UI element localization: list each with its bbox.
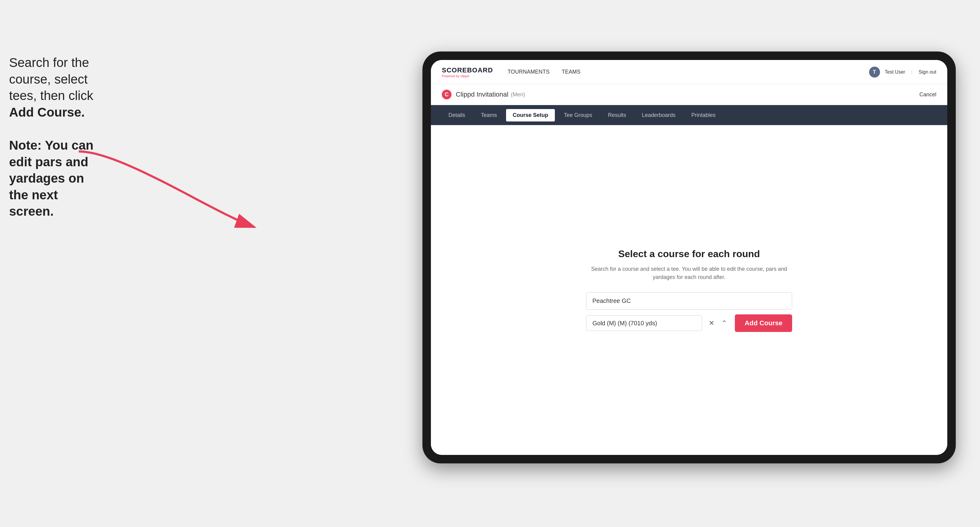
tee-select-controls: ✕ ⌃ bbox=[706, 318, 729, 328]
course-select-card: Select a course for each round Search fo… bbox=[586, 248, 792, 332]
annotation-text: Search for the course, select tees, then… bbox=[9, 54, 94, 220]
tee-clear-button[interactable]: ✕ bbox=[706, 318, 717, 328]
tee-expand-button[interactable]: ⌃ bbox=[719, 318, 729, 328]
user-avatar: T bbox=[869, 67, 880, 78]
tab-course-setup[interactable]: Course Setup bbox=[506, 109, 555, 121]
top-navigation: SCOREBOARD Powered by clippd TOURNAMENTS… bbox=[431, 60, 947, 84]
tee-select-row: Gold (M) (M) (7010 yds) ✕ ⌃ Add Course bbox=[586, 314, 792, 332]
tournament-gender: (Men) bbox=[511, 92, 525, 98]
annotation-note: Note: You can edit pars and yardages on … bbox=[9, 138, 93, 218]
tee-select-dropdown[interactable]: Gold (M) (M) (7010 yds) bbox=[586, 315, 702, 331]
logo-title: SCOREBOARD bbox=[442, 66, 493, 74]
logo: SCOREBOARD Powered by clippd bbox=[442, 66, 493, 78]
logo-subtitle: Powered by clippd bbox=[442, 74, 493, 78]
sign-out-link[interactable]: Sign out bbox=[918, 69, 936, 75]
tab-details[interactable]: Details bbox=[442, 109, 472, 121]
tablet-device: SCOREBOARD Powered by clippd TOURNAMENTS… bbox=[422, 51, 956, 464]
tablet-screen: SCOREBOARD Powered by clippd TOURNAMENTS… bbox=[431, 60, 947, 455]
nav-tournaments[interactable]: TOURNAMENTS bbox=[508, 68, 550, 76]
annotation-bold: Add Course. bbox=[9, 105, 85, 119]
tournament-icon: C bbox=[442, 90, 452, 99]
tab-leaderboards[interactable]: Leaderboards bbox=[635, 109, 682, 121]
cancel-button[interactable]: Cancel bbox=[920, 92, 936, 98]
add-course-button[interactable]: Add Course bbox=[735, 314, 792, 332]
user-name: Test User bbox=[885, 69, 905, 75]
tab-results[interactable]: Results bbox=[601, 109, 633, 121]
tab-bar: Details Teams Course Setup Tee Groups Re… bbox=[431, 105, 947, 125]
tab-teams[interactable]: Teams bbox=[474, 109, 504, 121]
course-search-input[interactable] bbox=[586, 292, 792, 310]
card-description: Search for a course and select a tee. Yo… bbox=[586, 265, 792, 281]
nav-links: TOURNAMENTS TEAMS bbox=[508, 68, 869, 76]
tab-tee-groups[interactable]: Tee Groups bbox=[557, 109, 599, 121]
nav-teams[interactable]: TEAMS bbox=[562, 68, 581, 76]
tournament-name: Clippd Invitational bbox=[456, 90, 509, 98]
tab-printables[interactable]: Printables bbox=[684, 109, 722, 121]
top-nav-right: T Test User | Sign out bbox=[869, 67, 936, 78]
tournament-header: C Clippd Invitational (Men) Cancel bbox=[431, 84, 947, 105]
card-title: Select a course for each round bbox=[586, 248, 792, 260]
main-content: Select a course for each round Search fo… bbox=[431, 125, 947, 455]
